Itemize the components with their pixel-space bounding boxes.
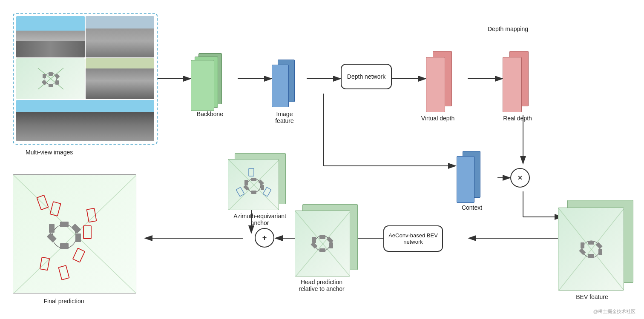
label-image-feature: Image feature (267, 111, 302, 124)
svg-rect-32 (598, 249, 602, 255)
multiview-container (13, 13, 158, 145)
label-final-pred: Final prediction (26, 298, 102, 305)
svg-rect-31 (595, 242, 602, 249)
svg-rect-41 (329, 242, 333, 248)
depth-network-box: Depth network (341, 64, 392, 89)
label-real-depth: Real depth (503, 115, 532, 122)
svg-rect-51 (251, 191, 256, 194)
label-azimuth: Azimuth-equivariantanchor (226, 213, 294, 226)
svg-rect-63 (60, 243, 69, 249)
watermark: @稀土掘金技术社区 (593, 308, 635, 315)
img-cell-3 (86, 58, 154, 100)
svg-rect-25 (41, 80, 47, 85)
img-cell-1 (16, 16, 85, 57)
svg-rect-26 (43, 74, 46, 78)
svg-rect-60 (60, 222, 69, 227)
svg-rect-70 (73, 248, 85, 262)
svg-rect-65 (49, 224, 55, 233)
label-depth-mapping: Depth mapping (488, 26, 528, 32)
img-cell-2 (86, 16, 154, 57)
svg-rect-61 (71, 224, 81, 234)
svg-rect-53 (244, 180, 248, 185)
svg-rect-55 (236, 187, 244, 197)
svg-rect-50 (261, 185, 264, 190)
svg-rect-62 (75, 234, 81, 242)
svg-rect-66 (37, 195, 48, 210)
label-multiview: Multi-view images (26, 149, 73, 156)
svg-rect-71 (58, 265, 69, 280)
svg-rect-68 (87, 208, 97, 222)
label-backbone: Backbone (191, 111, 229, 117)
svg-rect-34 (579, 248, 586, 255)
svg-rect-44 (312, 237, 316, 243)
svg-rect-54 (249, 168, 254, 176)
svg-rect-39 (319, 235, 325, 239)
plus-circle: + (255, 228, 274, 248)
img-cell-4 (16, 100, 154, 141)
svg-rect-24 (49, 84, 53, 87)
svg-rect-30 (588, 241, 594, 245)
svg-rect-64 (47, 233, 57, 242)
aeconv-box: AeConv-based BEV network (383, 225, 443, 252)
svg-rect-72 (40, 257, 50, 271)
label-bev-feature: BEV feature (571, 293, 613, 300)
svg-rect-49 (258, 179, 264, 185)
svg-rect-21 (49, 72, 53, 76)
label-context: Context (455, 204, 489, 211)
svg-rect-67 (50, 202, 60, 216)
svg-rect-35 (581, 242, 584, 248)
multiply-circle: × (510, 168, 530, 188)
svg-rect-23 (55, 80, 59, 85)
svg-rect-69 (83, 226, 91, 239)
svg-rect-48 (251, 178, 256, 181)
svg-rect-33 (588, 254, 594, 258)
img-cell-center (16, 58, 85, 100)
label-head-pred: Head predictionrelative to anchor (290, 279, 354, 292)
final-pred-box (13, 174, 136, 293)
svg-rect-56 (263, 187, 271, 197)
svg-rect-42 (319, 248, 325, 252)
label-virtual-depth: Virtual depth (421, 115, 455, 122)
svg-rect-22 (54, 74, 60, 79)
